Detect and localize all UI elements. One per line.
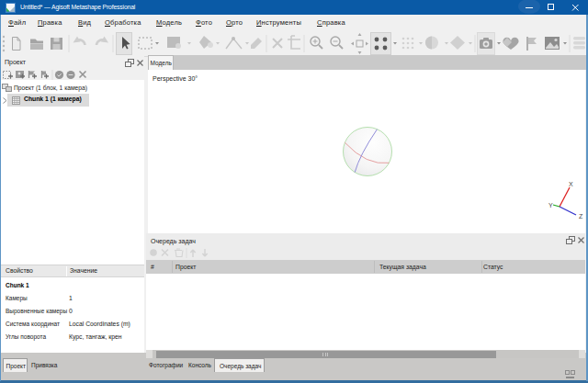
svg-text:Z: Z <box>579 213 583 220</box>
svg-text:X: X <box>569 181 573 187</box>
svg-text:Y: Y <box>548 202 553 208</box>
